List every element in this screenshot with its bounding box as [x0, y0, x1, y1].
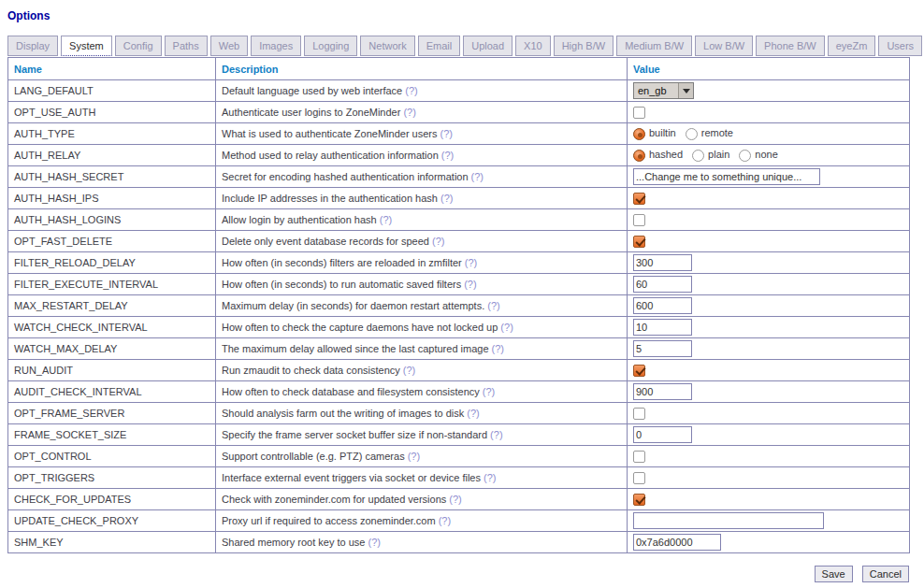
option-name: MAX_RESTART_DELAY [14, 300, 128, 311]
help-link[interactable]: (?) [368, 537, 380, 548]
audit-check-interval-input[interactable] [633, 383, 692, 400]
option-name-cell: FILTER_EXECUTE_INTERVAL [8, 274, 216, 295]
options-table-body: LANG_DEFAULTDefault language used by web… [8, 80, 910, 553]
help-link[interactable]: (?) [467, 408, 479, 419]
help-link[interactable]: (?) [403, 107, 415, 118]
help-link[interactable]: (?) [500, 322, 513, 333]
option-value-cell [628, 446, 910, 467]
update-check-proxy-input[interactable] [633, 512, 824, 529]
option-name-cell: CHECK_FOR_UPDATES [8, 489, 216, 510]
tab-system[interactable]: System [61, 36, 112, 56]
table-row: LANG_DEFAULTDefault language used by web… [8, 80, 910, 102]
table-header-row: Name Description Value [8, 58, 910, 80]
watch-max-delay-input[interactable] [633, 340, 692, 357]
auth-relay-radio-none[interactable] [739, 150, 751, 162]
help-link[interactable]: (?) [441, 150, 454, 161]
option-description: Interface external event triggers via so… [222, 472, 481, 483]
option-name: WATCH_CHECK_INTERVAL [14, 322, 148, 333]
help-link[interactable]: (?) [465, 257, 477, 268]
tab-paths[interactable]: Paths [165, 36, 208, 56]
option-name-cell: AUTH_HASH_IPS [8, 188, 216, 209]
option-description-cell: Check with zoneminder.com for updated ve… [216, 489, 628, 510]
table-row: AUDIT_CHECK_INTERVALHow often to check d… [8, 381, 910, 403]
options-table: Name Description Value LANG_DEFAULTDefau… [7, 57, 910, 553]
help-link[interactable]: (?) [380, 214, 392, 225]
watch-check-interval-input[interactable] [633, 319, 692, 336]
option-name-cell: OPT_CONTROL [8, 446, 216, 467]
option-description: Proxy url if required to access zonemind… [222, 515, 436, 526]
help-link[interactable]: (?) [492, 343, 504, 354]
auth-type-radio-remote[interactable] [686, 128, 698, 140]
help-link[interactable]: (?) [405, 85, 417, 96]
help-link[interactable]: (?) [490, 429, 502, 440]
help-link[interactable]: (?) [464, 279, 476, 290]
help-link[interactable]: (?) [440, 193, 453, 204]
radio-label: plain [708, 149, 729, 160]
option-description: Default language used by web interface [222, 85, 402, 96]
help-link[interactable]: (?) [487, 300, 499, 311]
tab-low-b-w[interactable]: Low B/W [695, 36, 753, 56]
opt-fast-delete-checkbox[interactable] [633, 236, 645, 248]
tab-medium-b-w[interactable]: Medium B/W [616, 36, 692, 56]
tab-email[interactable]: Email [418, 36, 461, 56]
option-description-cell: Support controllable (e.g. PTZ) cameras(… [216, 446, 628, 467]
option-value-cell [628, 360, 910, 381]
option-name-cell: AUTH_RELAY [8, 145, 216, 166]
check-for-updates-checkbox[interactable] [633, 494, 645, 506]
filter-execute-interval-input[interactable] [633, 276, 692, 293]
tab-config[interactable]: Config [115, 36, 162, 56]
column-header-description: Description [216, 58, 628, 80]
help-link[interactable]: (?) [483, 386, 495, 397]
auth-relay-radio-hashed[interactable] [633, 150, 645, 162]
cancel-button[interactable]: Cancel [862, 566, 909, 582]
filter-reload-delay-input[interactable] [633, 254, 692, 271]
tab-users[interactable]: Users [878, 36, 922, 56]
table-row: OPT_TRIGGERSInterface external event tri… [8, 467, 910, 489]
tab-phone-b-w[interactable]: Phone B/W [756, 36, 825, 56]
option-name-cell: FRAME_SOCKET_SIZE [8, 424, 216, 446]
opt-frame-server-checkbox[interactable] [633, 408, 645, 420]
tab-logging[interactable]: Logging [304, 36, 357, 56]
tab-web[interactable]: Web [210, 36, 248, 56]
tab-upload[interactable]: Upload [463, 36, 513, 56]
tab-images[interactable]: Images [251, 36, 301, 56]
tab-eyezm[interactable]: eyeZm [828, 36, 876, 56]
tab-x10[interactable]: X10 [515, 36, 551, 56]
shm-key-input[interactable] [633, 534, 721, 551]
option-value-cell [628, 467, 910, 489]
tab-high-b-w[interactable]: High B/W [554, 36, 614, 56]
option-value-cell [628, 381, 910, 403]
help-link[interactable]: (?) [439, 515, 451, 526]
auth-relay-radio-plain[interactable] [692, 150, 704, 162]
auth-type-radio-builtin[interactable] [633, 128, 645, 140]
radio-label: builtin [649, 127, 676, 138]
auth-hash-ips-checkbox[interactable] [633, 193, 645, 205]
opt-use-auth-checkbox[interactable] [633, 107, 645, 119]
option-description-cell: Maximum delay (in seconds) for daemon re… [216, 295, 628, 317]
help-link[interactable]: (?) [449, 494, 461, 505]
save-button[interactable]: Save [815, 566, 853, 582]
help-link[interactable]: (?) [440, 128, 453, 139]
table-row: AUTH_RELAYMethod used to relay authentic… [8, 145, 910, 166]
help-link[interactable]: (?) [403, 365, 415, 376]
opt-control-checkbox[interactable] [633, 451, 645, 463]
help-link[interactable]: (?) [408, 451, 420, 462]
help-link[interactable]: (?) [471, 171, 484, 182]
option-name: FILTER_RELOAD_DELAY [14, 257, 136, 268]
tab-network[interactable]: Network [360, 36, 414, 56]
max-restart-delay-input[interactable] [633, 297, 692, 314]
auth-hash-secret-input[interactable] [633, 168, 820, 185]
run-audit-checkbox[interactable] [633, 365, 645, 377]
lang-default-select[interactable]: en_gb [633, 82, 694, 99]
option-name-cell: RUN_AUDIT [8, 360, 216, 381]
tab-display[interactable]: Display [7, 36, 58, 56]
auth-hash-logins-checkbox[interactable] [633, 214, 645, 226]
frame-socket-size-input[interactable] [633, 426, 692, 443]
help-link[interactable]: (?) [432, 236, 444, 247]
option-value-cell [628, 338, 910, 360]
option-name: AUTH_TYPE [14, 128, 75, 139]
opt-triggers-checkbox[interactable] [633, 472, 645, 484]
option-description: Run zmaudit to check data consistency [222, 365, 400, 376]
column-header-name: Name [8, 58, 216, 80]
help-link[interactable]: (?) [484, 472, 496, 483]
